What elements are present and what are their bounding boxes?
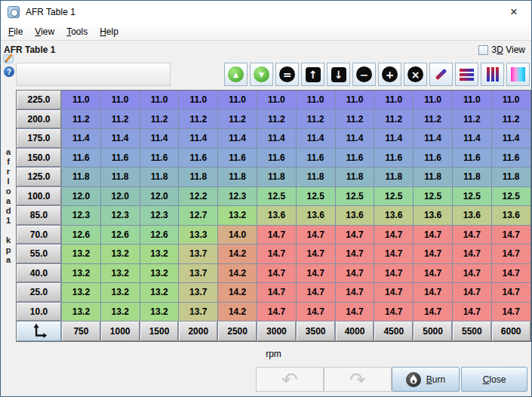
table-cell[interactable]: 14.7 <box>492 226 530 245</box>
menu-view[interactable]: View <box>29 24 60 39</box>
table-cell[interactable]: 13.7 <box>179 264 217 283</box>
shift-up-icon[interactable]: ↑ <box>301 63 324 86</box>
table-cell[interactable]: 14.0 <box>218 226 257 245</box>
table-cell[interactable]: 11.0 <box>492 91 530 109</box>
table-cell[interactable]: 11.8 <box>257 168 296 186</box>
decrement-icon[interactable]: − <box>352 63 376 86</box>
menu-tools[interactable]: Tools <box>60 24 94 39</box>
table-cell[interactable]: 13.7 <box>179 303 217 322</box>
table-cell[interactable]: 14.7 <box>374 283 413 302</box>
load-header-button[interactable]: 175.0 <box>17 129 61 148</box>
table-cell[interactable]: 11.0 <box>336 91 374 109</box>
interpolate-horizontal-icon[interactable] <box>455 63 478 86</box>
table-cell[interactable]: 12.3 <box>62 206 100 225</box>
table-cell[interactable]: 14.7 <box>297 226 335 245</box>
table-cell[interactable]: 11.6 <box>414 149 452 168</box>
table-cell[interactable]: 13.2 <box>101 283 140 302</box>
3d-view-checkbox[interactable] <box>478 45 488 55</box>
table-cell[interactable]: 11.0 <box>257 91 296 109</box>
table-cell[interactable]: 12.5 <box>374 187 413 206</box>
table-cell[interactable]: 12.5 <box>297 187 335 206</box>
swap-axes-button[interactable] <box>17 322 61 341</box>
table-cell[interactable]: 11.2 <box>179 110 217 129</box>
load-header-button[interactable]: 40.0 <box>17 264 61 283</box>
table-cell[interactable]: 12.6 <box>101 226 140 245</box>
lower-values-icon[interactable]: ▼ <box>250 63 273 86</box>
table-cell[interactable]: 11.0 <box>101 91 140 109</box>
table-cell[interactable]: 11.8 <box>374 168 413 186</box>
table-cell[interactable]: 14.7 <box>453 245 491 263</box>
table-cell[interactable]: 14.7 <box>492 303 530 322</box>
rpm-header-button[interactable]: 3000 <box>257 322 296 341</box>
table-cell[interactable]: 11.6 <box>179 149 217 168</box>
raise-values-icon[interactable]: ▲ <box>224 63 248 86</box>
table-cell[interactable]: 14.7 <box>297 283 335 302</box>
rpm-header-button[interactable]: 6000 <box>492 322 530 341</box>
burn-button[interactable]: Burn <box>392 367 460 392</box>
table-cell[interactable]: 11.2 <box>140 110 179 129</box>
undo-button[interactable]: ↶ <box>256 367 324 392</box>
table-cell[interactable]: 14.7 <box>257 303 296 322</box>
table-cell[interactable]: 14.7 <box>492 264 530 283</box>
rpm-header-button[interactable]: 3500 <box>297 322 335 341</box>
table-cell[interactable]: 11.6 <box>336 149 374 168</box>
table-cell[interactable]: 11.6 <box>218 149 257 168</box>
table-cell[interactable]: 11.0 <box>179 91 217 109</box>
rpm-header-button[interactable]: 4000 <box>336 322 374 341</box>
menu-file[interactable]: File <box>2 24 29 39</box>
table-cell[interactable]: 13.2 <box>101 303 140 322</box>
table-cell[interactable]: 11.0 <box>140 91 179 109</box>
rpm-header-button[interactable]: 4500 <box>374 322 413 341</box>
table-cell[interactable]: 13.2 <box>218 206 257 225</box>
table-cell[interactable]: 11.2 <box>492 110 530 129</box>
table-cell[interactable]: 14.7 <box>336 245 374 263</box>
load-header-button[interactable]: 55.0 <box>17 245 61 263</box>
table-cell[interactable]: 11.8 <box>336 168 374 186</box>
table-cell[interactable]: 13.2 <box>62 245 100 263</box>
table-cell[interactable]: 13.2 <box>62 283 100 302</box>
table-cell[interactable]: 12.7 <box>179 206 217 225</box>
table-cell[interactable]: 11.2 <box>218 110 257 129</box>
table-cell[interactable]: 11.2 <box>374 110 413 129</box>
table-cell[interactable]: 13.2 <box>101 264 140 283</box>
table-cell[interactable]: 11.6 <box>492 149 530 168</box>
table-cell[interactable]: 11.8 <box>414 168 452 186</box>
table-cell[interactable]: 14.7 <box>453 283 491 302</box>
table-cell[interactable]: 12.0 <box>140 187 179 206</box>
table-cell[interactable]: 11.4 <box>218 129 257 148</box>
redo-button[interactable]: ↷ <box>324 367 392 392</box>
table-cell[interactable]: 14.7 <box>336 226 374 245</box>
table-cell[interactable]: 11.2 <box>101 110 140 129</box>
table-cell[interactable]: 14.7 <box>297 245 335 263</box>
table-cell[interactable]: 11.6 <box>62 149 100 168</box>
table-cell[interactable]: 11.4 <box>257 129 296 148</box>
edit-pencil-icon[interactable] <box>3 53 14 64</box>
table-cell[interactable]: 12.5 <box>414 187 452 206</box>
table-cell[interactable]: 13.2 <box>140 303 179 322</box>
table-cell[interactable]: 11.4 <box>492 129 530 148</box>
table-cell[interactable]: 11.4 <box>414 129 452 148</box>
table-cell[interactable]: 14.7 <box>297 303 335 322</box>
table-cell[interactable]: 11.4 <box>140 129 179 148</box>
table-cell[interactable]: 12.5 <box>492 187 530 206</box>
table-cell[interactable]: 11.0 <box>374 91 413 109</box>
table-cell[interactable]: 14.7 <box>414 264 452 283</box>
help-icon[interactable]: ? <box>4 66 14 77</box>
multiply-icon[interactable]: × <box>404 63 427 86</box>
rpm-header-button[interactable]: 2000 <box>179 322 217 341</box>
table-cell[interactable]: 13.2 <box>101 245 140 263</box>
table-cell[interactable]: 14.7 <box>453 303 491 322</box>
table-cell[interactable]: 13.2 <box>140 245 179 263</box>
table-cell[interactable]: 14.7 <box>453 264 491 283</box>
table-cell[interactable]: 14.7 <box>257 226 296 245</box>
table-cell[interactable]: 11.6 <box>297 149 335 168</box>
table-cell[interactable]: 11.8 <box>218 168 257 186</box>
table-cell[interactable]: 11.0 <box>297 91 335 109</box>
table-cell[interactable]: 12.5 <box>336 187 374 206</box>
table-cell[interactable]: 12.5 <box>257 187 296 206</box>
table-cell[interactable]: 13.2 <box>140 283 179 302</box>
table-cell[interactable]: 12.3 <box>218 187 257 206</box>
table-cell[interactable]: 14.2 <box>218 303 257 322</box>
table-cell[interactable]: 12.6 <box>62 226 100 245</box>
table-cell[interactable]: 11.6 <box>374 149 413 168</box>
